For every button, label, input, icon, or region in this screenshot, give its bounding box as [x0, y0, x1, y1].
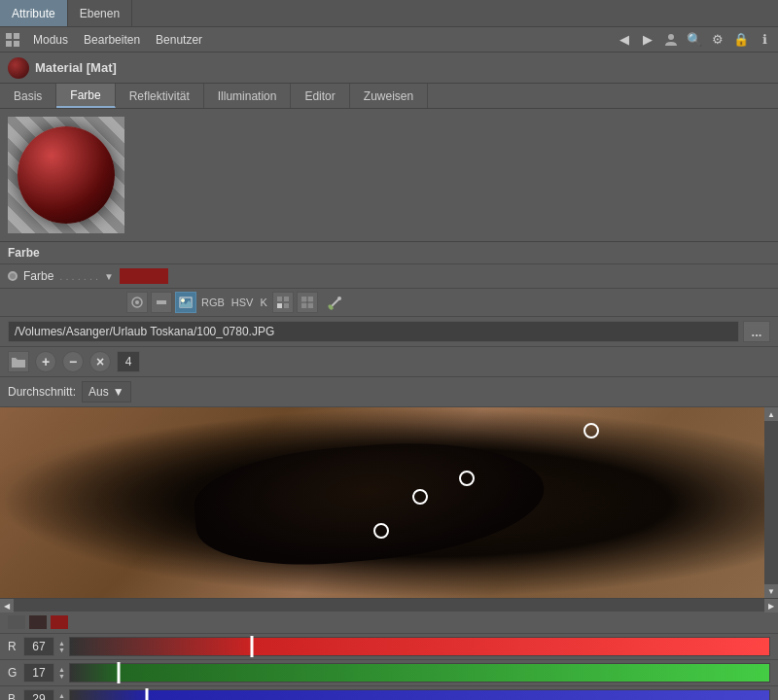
- image-display-area: ▲ ▼ ◀ ▶: [0, 407, 778, 612]
- scroll-track-h[interactable]: [14, 599, 764, 612]
- tab-illumination[interactable]: Illumination: [204, 84, 292, 108]
- scroll-down-button[interactable]: ▼: [764, 584, 778, 598]
- tab-editor[interactable]: Editor: [291, 84, 349, 108]
- horizontal-scrollbar[interactable]: ◀ ▶: [0, 598, 778, 612]
- menu-right-icons: ◀ ▶ 🔍 ⚙ 🔒 ℹ: [615, 30, 774, 50]
- material-header: Material [Mat]: [0, 52, 778, 84]
- tab-ebenen[interactable]: Ebenen: [68, 0, 132, 26]
- tab-reflektivitat[interactable]: Reflektivität: [116, 84, 204, 108]
- info-icon[interactable]: ℹ: [755, 30, 774, 50]
- person-icon[interactable]: [661, 30, 681, 50]
- tex-icon-flat[interactable]: [151, 292, 172, 313]
- image-container: ▲ ▼: [0, 407, 778, 598]
- tab-attribute[interactable]: Attribute: [0, 0, 68, 26]
- r-label: R: [8, 640, 19, 653]
- filepath-row: ...: [0, 317, 778, 347]
- g-slider-row: G ▲▼: [0, 660, 778, 686]
- swatch-red[interactable]: [51, 615, 68, 629]
- menu-bearbeiten[interactable]: Bearbeiten: [76, 30, 148, 50]
- arrow-left-icon[interactable]: ◀: [615, 30, 634, 50]
- durchschnitt-label: Durchschnitt:: [8, 385, 76, 399]
- farbe-radio[interactable]: [8, 271, 18, 281]
- b-slider-track[interactable]: [69, 689, 770, 700]
- tex-icon-circle[interactable]: [126, 292, 148, 313]
- folder-button[interactable]: [8, 351, 29, 372]
- menu-benutzer[interactable]: Benutzer: [148, 30, 210, 50]
- paint-brush-icon[interactable]: [325, 292, 346, 313]
- durchschnitt-row: Durchschnitt: Aus ▼: [0, 377, 778, 407]
- minus-button[interactable]: −: [62, 351, 84, 372]
- tab-farbe[interactable]: Farbe: [56, 84, 115, 108]
- r-arrows[interactable]: ▲▼: [58, 640, 65, 653]
- tex-icon-grid1[interactable]: [272, 292, 294, 313]
- preview-area: [0, 109, 778, 242]
- control-point-3[interactable]: [412, 489, 428, 505]
- svg-rect-11: [284, 297, 289, 301]
- tab-zuweisen[interactable]: Zuweisen: [350, 84, 428, 108]
- scroll-right-button[interactable]: ▶: [764, 599, 778, 612]
- number-field[interactable]: [117, 351, 140, 372]
- b-slider-row: B ▲▼: [0, 686, 778, 700]
- filepath-input[interactable]: [8, 321, 739, 342]
- image-bg: [0, 407, 778, 598]
- sub-tab-bar: Basis Farbe Reflektivität Illumination E…: [0, 84, 778, 109]
- farbe-color-swatch[interactable]: [120, 268, 168, 284]
- cross-button[interactable]: ×: [89, 351, 111, 372]
- lock-icon[interactable]: 🔒: [731, 30, 751, 50]
- svg-rect-10: [277, 297, 282, 301]
- arrow-right-icon[interactable]: ▶: [638, 30, 657, 50]
- tex-icon-grid2[interactable]: [297, 292, 318, 313]
- tex-icon-k[interactable]: K: [258, 297, 268, 308]
- top-tab-bar: Attribute Ebenen: [0, 0, 778, 27]
- menu-bar: Modus Bearbeiten Benutzer ◀ ▶ 🔍 ⚙ 🔒 ℹ: [0, 27, 778, 52]
- g-value-input[interactable]: [23, 663, 54, 682]
- svg-point-9: [181, 298, 185, 302]
- controls-row: + − ×: [0, 347, 778, 377]
- dots-button[interactable]: ...: [743, 321, 770, 342]
- tex-icon-image[interactable]: [175, 292, 196, 313]
- texture-icons-row: RGB HSV K: [0, 289, 778, 317]
- swatch-dark[interactable]: [29, 615, 47, 629]
- preview-box: [8, 117, 124, 233]
- b-arrows[interactable]: ▲▼: [58, 692, 65, 700]
- svg-rect-0: [6, 33, 12, 39]
- add-button[interactable]: +: [35, 351, 56, 372]
- svg-rect-1: [14, 33, 19, 39]
- swatch-gray[interactable]: [8, 615, 25, 629]
- r-slider-row: R ▲▼: [0, 634, 778, 660]
- svg-point-4: [668, 34, 674, 40]
- scroll-left-button[interactable]: ◀: [0, 599, 14, 612]
- swatches-row: [0, 612, 778, 634]
- material-preview-small: [8, 57, 29, 79]
- g-label: G: [8, 666, 19, 680]
- control-point-2[interactable]: [459, 471, 475, 486]
- r-slider-track[interactable]: [69, 637, 770, 656]
- tex-icon-rgb[interactable]: RGB: [199, 297, 227, 308]
- g-slider-track[interactable]: [69, 663, 770, 682]
- control-point-4[interactable]: [373, 523, 389, 539]
- g-arrows[interactable]: ▲▼: [58, 666, 65, 680]
- durchschnitt-dropdown[interactable]: Aus ▼: [82, 381, 131, 402]
- svg-point-18: [337, 297, 341, 300]
- svg-rect-13: [284, 303, 289, 308]
- search-icon[interactable]: 🔍: [685, 30, 704, 50]
- control-point-1[interactable]: [584, 423, 599, 438]
- vertical-scrollbar[interactable]: ▲ ▼: [764, 407, 778, 598]
- material-name: Material [Mat]: [35, 60, 117, 75]
- scroll-track-v[interactable]: [764, 421, 778, 584]
- farbe-arrow[interactable]: ▼: [104, 271, 114, 282]
- farbe-row: Farbe . . . . . . . ▼: [0, 264, 778, 289]
- b-value-input[interactable]: [23, 689, 54, 700]
- tex-icon-hsv[interactable]: HSV: [230, 297, 256, 308]
- svg-rect-7: [157, 300, 166, 304]
- farbe-dots: . . . . . . .: [59, 270, 98, 282]
- grid-icon: [4, 31, 21, 49]
- settings-icon[interactable]: ⚙: [708, 30, 727, 50]
- menu-modus[interactable]: Modus: [25, 30, 76, 50]
- r-value-input[interactable]: [23, 637, 54, 656]
- tab-basis[interactable]: Basis: [0, 84, 56, 108]
- scroll-up-button[interactable]: ▲: [764, 407, 778, 421]
- farbe-section-header: Farbe: [0, 242, 778, 264]
- preview-sphere: [18, 126, 115, 224]
- svg-rect-3: [14, 41, 19, 47]
